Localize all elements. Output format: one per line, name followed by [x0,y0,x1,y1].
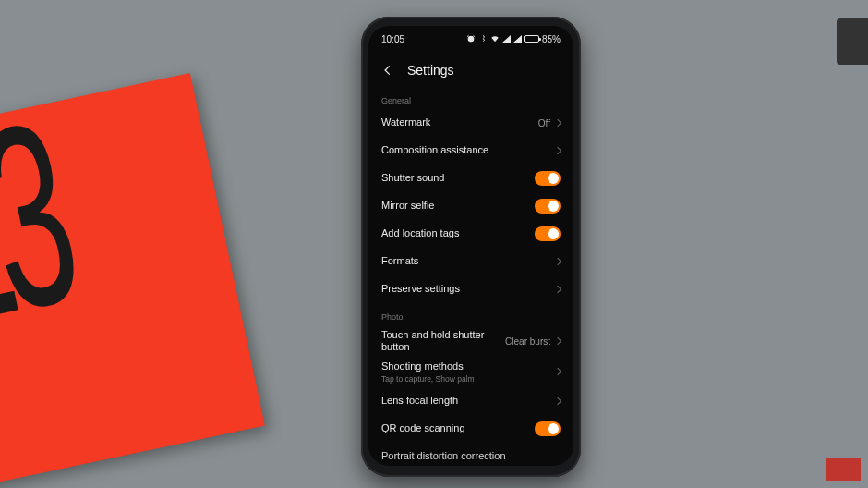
status-time: 10:05 [381,34,404,44]
bluetooth-icon [478,34,488,43]
box-model-number: 13 [0,116,74,332]
page-header: Settings [368,55,573,85]
row-watermark[interactable]: Watermark Off [381,109,561,137]
toggle-qr-scanning[interactable] [535,421,561,436]
row-shooting-sub: Tap to capture, Show palm [381,374,475,384]
toggle-location-tags[interactable] [535,226,561,241]
chevron-right-icon [554,337,561,345]
row-formats[interactable]: Formats [381,248,561,275]
cellular-signal-icon [502,35,511,43]
status-right-cluster: 85% [466,34,561,44]
row-lens-focal-label: Lens focal length [381,395,458,407]
toggle-mirror-selfie[interactable] [535,199,561,214]
toggle-shutter-sound[interactable] [535,171,561,186]
back-arrow-icon[interactable] [381,64,394,77]
section-photo-label: Photo [381,312,561,322]
chevron-right-icon [554,368,561,375]
row-touch-hold-value: Clear burst [505,336,550,347]
row-formats-label: Formats [381,255,418,267]
cellular-signal-icon-2 [513,35,522,43]
section-general-label: General [381,96,561,105]
row-watermark-value: Off [538,118,550,128]
page-title: Settings [407,63,454,78]
row-shooting-methods[interactable]: Shooting methods Tap to capture, Show pa… [381,357,561,386]
settings-list[interactable]: General Watermark Off Composition assist… [368,87,573,466]
row-qr-label: QR code scanning [381,422,465,434]
row-shutter-sound[interactable]: Shutter sound [381,165,561,192]
phone-frame: 10:05 85% Settings [361,17,581,477]
row-location-tags-label: Add location tags [381,227,459,239]
row-qr-scanning[interactable]: QR code scanning [381,415,561,443]
video-watermark [826,458,861,481]
chevron-right-icon [554,396,561,404]
chevron-right-icon [554,286,561,293]
chevron-right-icon [554,258,561,265]
status-bar: 10:05 85% [368,26,573,52]
row-lens-focal-length[interactable]: Lens focal length [381,387,561,415]
row-portrait-distortion[interactable]: Portrait distortion correction [381,443,561,466]
product-box-prop: 13 [0,73,265,488]
row-portrait-label: Portrait distortion correction [381,450,506,462]
background-object [837,18,868,65]
row-location-tags[interactable]: Add location tags [381,220,561,248]
row-composition-assistance[interactable]: Composition assistance [381,137,561,165]
row-watermark-label: Watermark [381,116,430,128]
row-shutter-sound-label: Shutter sound [381,172,445,184]
phone-screen: 10:05 85% Settings [368,26,573,466]
row-mirror-selfie-label: Mirror selfie [381,200,434,212]
battery-icon [524,35,539,43]
wifi-icon [490,34,500,43]
row-touch-hold-shutter[interactable]: Touch and hold shutter button Clear burs… [381,325,561,357]
row-shooting-label: Shooting methods [381,360,475,372]
row-composition-label: Composition assistance [381,144,488,156]
alarm-icon [466,34,476,43]
row-mirror-selfie[interactable]: Mirror selfie [381,192,561,220]
battery-percent: 85% [542,34,561,44]
chevron-right-icon [554,147,561,154]
row-touch-hold-label: Touch and hold shutter button [381,329,498,353]
chevron-right-icon [554,119,561,127]
row-preserve-settings[interactable]: Preserve settings [381,275,561,303]
row-preserve-label: Preserve settings [381,283,460,295]
